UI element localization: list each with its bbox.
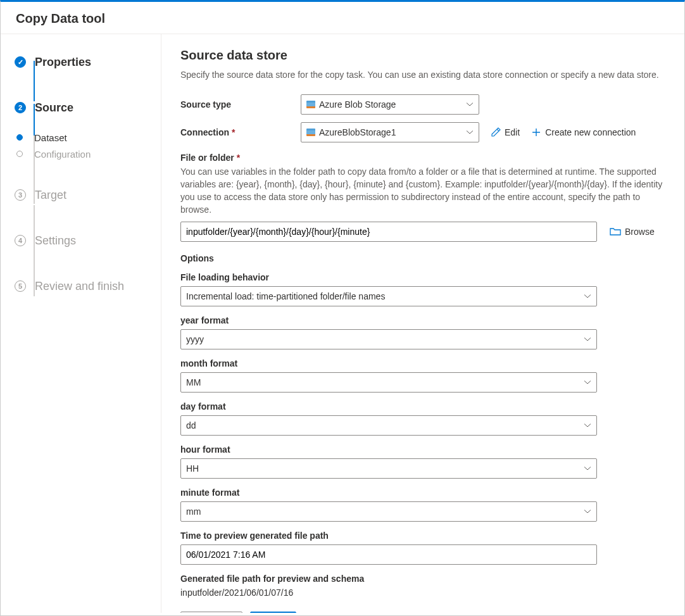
browse-label: Browse xyxy=(625,227,655,237)
edit-label: Edit xyxy=(505,127,520,137)
step-source[interactable]: 2 Source xyxy=(15,95,161,120)
substep-configuration[interactable]: Configuration xyxy=(16,144,161,163)
month-format-label: month format xyxy=(180,358,665,368)
pencil-icon xyxy=(491,127,501,137)
page-description: Specify the source data store for the co… xyxy=(180,69,665,82)
dot-icon xyxy=(16,134,23,141)
create-connection-button[interactable]: Create new connection xyxy=(531,127,636,137)
connection-value: AzureBlobStorage1 xyxy=(319,127,466,137)
file-folder-label: File or folder * xyxy=(180,153,665,163)
step-number-icon: 5 xyxy=(15,280,26,292)
wizard-sidebar: ✓ Properties 2 Source Dataset Configurat… xyxy=(1,34,161,613)
previous-button[interactable]: Previous xyxy=(180,612,242,613)
step-properties[interactable]: ✓ Properties xyxy=(15,49,161,75)
minute-format-value: mm xyxy=(186,506,584,517)
step-label: Review and finish xyxy=(35,280,124,293)
chevron-down-icon xyxy=(584,336,591,343)
chevron-down-icon xyxy=(584,508,591,515)
chevron-down-icon xyxy=(584,465,591,472)
year-format-value: yyyy xyxy=(186,334,584,344)
step-label: Settings xyxy=(35,234,76,248)
chevron-down-icon xyxy=(466,101,474,108)
preview-time-input[interactable] xyxy=(180,544,597,565)
source-type-select[interactable]: Azure Blob Storage xyxy=(301,94,479,115)
chevron-down-icon xyxy=(584,292,591,300)
dot-icon xyxy=(16,151,23,157)
month-format-select[interactable]: MM xyxy=(180,372,597,393)
year-format-label: year format xyxy=(180,315,665,325)
main-content: Source data store Specify the source dat… xyxy=(161,34,684,613)
step-label: Target xyxy=(35,189,66,202)
step-number-icon: 3 xyxy=(15,189,26,201)
source-type-value: Azure Blob Storage xyxy=(319,99,466,110)
browse-button[interactable]: Browse xyxy=(610,227,655,237)
source-type-label: Source type xyxy=(180,99,301,110)
next-button[interactable]: Next xyxy=(250,612,296,613)
hour-format-value: HH xyxy=(186,463,584,474)
create-connection-label: Create new connection xyxy=(545,127,636,137)
loading-behavior-select[interactable]: Incremental load: time-partitioned folde… xyxy=(180,286,597,306)
minute-format-select[interactable]: mm xyxy=(180,501,597,522)
step-settings[interactable]: 4 Settings xyxy=(15,228,161,253)
minute-format-label: minute format xyxy=(180,487,665,498)
storage-icon xyxy=(306,101,315,108)
loading-behavior-label: File loading behavior xyxy=(180,272,665,282)
step-number-icon: 4 xyxy=(15,235,26,246)
options-heading: Options xyxy=(180,253,665,263)
generated-path-label: Generated file path for preview and sche… xyxy=(180,574,665,584)
day-format-select[interactable]: dd xyxy=(180,415,597,436)
loading-behavior-value: Incremental load: time-partitioned folde… xyxy=(186,291,584,301)
storage-icon xyxy=(306,129,315,136)
folder-icon xyxy=(610,227,621,237)
chevron-down-icon xyxy=(584,422,591,429)
plus-icon xyxy=(531,127,541,137)
file-folder-input[interactable] xyxy=(180,222,597,242)
generated-path-value: inputfolder/2021/06/01/07/16 xyxy=(180,588,665,598)
substep-label: Dataset xyxy=(34,132,67,143)
substep-label: Configuration xyxy=(34,149,91,160)
step-review[interactable]: 5 Review and finish xyxy=(15,273,161,299)
page-title: Source data store xyxy=(180,48,665,63)
day-format-value: dd xyxy=(186,420,584,431)
connection-label: Connection * xyxy=(180,127,301,137)
step-label: Source xyxy=(35,101,73,115)
preview-time-label: Time to preview generated file path xyxy=(180,531,665,541)
connection-select[interactable]: AzureBlobStorage1 xyxy=(301,122,479,142)
file-folder-help: You can use variables in the folder path… xyxy=(180,165,665,217)
chevron-down-icon xyxy=(584,379,591,386)
step-number-icon: 2 xyxy=(15,102,26,113)
day-format-label: day format xyxy=(180,401,665,412)
month-format-value: MM xyxy=(186,377,584,387)
step-target[interactable]: 3 Target xyxy=(15,182,161,208)
edit-button[interactable]: Edit xyxy=(491,127,520,137)
chevron-down-icon xyxy=(466,129,474,136)
step-label: Properties xyxy=(35,56,91,69)
year-format-select[interactable]: yyyy xyxy=(180,329,597,349)
check-icon: ✓ xyxy=(15,56,26,68)
hour-format-label: hour format xyxy=(180,444,665,455)
page-header: Copy Data tool xyxy=(1,2,684,34)
hour-format-select[interactable]: HH xyxy=(180,458,597,479)
